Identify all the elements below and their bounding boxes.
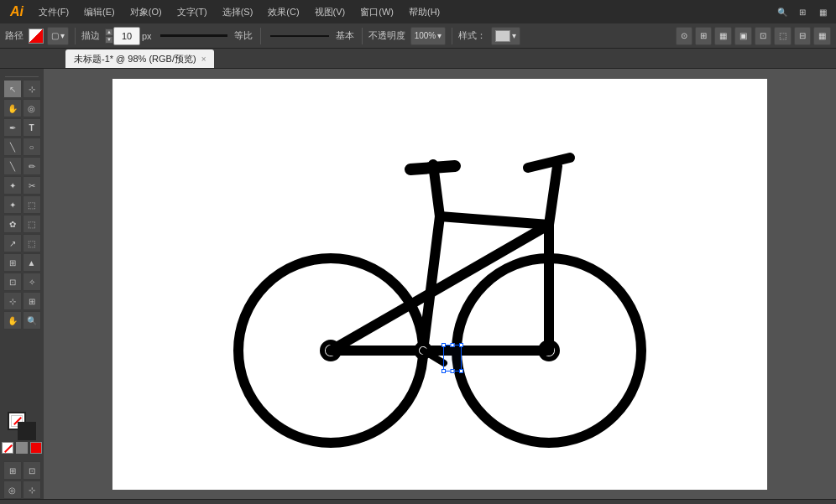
menu-bar: Ai 文件(F) 编辑(E) 对象(O) 文字(T) 选择(S) 效果(C) 视… <box>0 0 836 23</box>
toolbar-right-btn4[interactable]: ▣ <box>734 27 752 45</box>
grid-icon[interactable]: ⊞ <box>794 3 811 20</box>
tool-row-bottom2: ◎ ⊹ <box>3 481 41 499</box>
width-tool[interactable]: ✦ <box>3 195 22 214</box>
selection-handle-br[interactable] <box>459 369 463 373</box>
menu-select[interactable]: 选择(S) <box>216 4 260 20</box>
arrange-icon[interactable]: ▦ <box>814 3 831 20</box>
menu-window[interactable]: 窗口(W) <box>353 4 400 20</box>
pencil-tool[interactable]: ✏ <box>23 157 41 175</box>
toolbar-right-btn6[interactable]: ⬚ <box>774 27 792 45</box>
status-bar: 98% ▾ <box>0 499 836 504</box>
opacity-dropdown[interactable]: 100%▾ <box>410 27 447 45</box>
slice-tool[interactable]: ⬚ <box>23 234 41 252</box>
stroke-value-input[interactable] <box>113 27 140 45</box>
blend-tool[interactable]: ⊡ <box>3 273 22 291</box>
selection-handle-bm[interactable] <box>451 369 455 373</box>
free-transform-tool[interactable]: ⬚ <box>23 195 41 214</box>
line-sample-1 <box>160 34 227 37</box>
zoom-tool[interactable]: 🔍 <box>23 311 41 330</box>
toolbar-right-btn5[interactable]: ⊡ <box>755 27 771 45</box>
extra-btn2[interactable]: ⊹ <box>23 481 41 499</box>
stroke-up-arrow[interactable]: ▲ <box>105 29 113 36</box>
toolbar-right-btn7[interactable]: ⊟ <box>794 27 811 45</box>
selection-handle-tm[interactable] <box>451 343 455 347</box>
tool-row-8: ✿ ⬚ <box>3 215 41 233</box>
extra-btn1[interactable]: ◎ <box>3 481 22 499</box>
stroke-down-arrow[interactable]: ▼ <box>105 36 113 44</box>
style-label: 样式： <box>458 29 486 42</box>
mesh-tool[interactable]: ⊞ <box>23 292 41 310</box>
warp-tool[interactable]: ✂ <box>23 176 41 195</box>
selection-handle-tr[interactable] <box>459 343 463 347</box>
selection-tool[interactable]: ↖ <box>3 80 22 98</box>
none-swatch[interactable] <box>2 442 13 454</box>
text-tool[interactable]: T <box>23 118 41 137</box>
magic-wand-tool[interactable]: ✋ <box>3 99 22 117</box>
toolbar-divider-4 <box>452 28 452 44</box>
menu-view[interactable]: 视图(V) <box>308 4 353 20</box>
selection-handle-bl[interactable] <box>442 369 446 373</box>
path-label: 路径 <box>5 29 24 42</box>
ruler-corner <box>5 72 39 77</box>
ellipse-tool[interactable]: ○ <box>23 138 41 156</box>
options-btn[interactable]: ⊡ <box>23 461 41 480</box>
menu-file[interactable]: 文件(F) <box>32 4 76 20</box>
bicycle-svg <box>222 116 658 451</box>
line-tool[interactable]: ╲ <box>3 138 22 156</box>
menu-text[interactable]: 文字(T) <box>170 4 214 20</box>
toolbar-right-btn2[interactable]: ⊞ <box>695 27 712 45</box>
lasso-tool[interactable]: ◎ <box>23 99 41 117</box>
stroke-spinners[interactable]: ▲ ▼ <box>105 29 113 44</box>
rotate-tool[interactable]: ✦ <box>3 176 22 195</box>
toolbar-right-btn1[interactable]: ⊙ <box>676 27 692 45</box>
svg-line-10 <box>549 166 557 225</box>
menu-effect[interactable]: 效果(C) <box>261 4 306 20</box>
toolbar-right-btn3[interactable]: ▦ <box>714 27 732 45</box>
tool-row-11: ⊡ ✧ <box>3 273 41 291</box>
hand-tool[interactable]: ✋ <box>3 311 22 330</box>
stroke-swatch[interactable] <box>18 422 36 440</box>
toolbar-divider-1 <box>75 28 76 44</box>
art-canvas <box>112 79 767 490</box>
toolbar-divider-3 <box>362 28 363 44</box>
stroke-color-swatch[interactable] <box>29 29 44 44</box>
search-icon[interactable]: 🔍 <box>774 3 791 20</box>
gray-swatch[interactable] <box>16 442 28 454</box>
stroke-label: 描边 <box>81 29 100 42</box>
menu-edit[interactable]: 编辑(E) <box>77 4 122 20</box>
document-tab[interactable]: 未标题-1* @ 98% (RGB/预览) × <box>65 49 214 68</box>
svg-line-5 <box>440 216 549 225</box>
equal-label: 等比 <box>234 29 253 42</box>
style-dropdown[interactable]: ▾ <box>491 27 520 45</box>
tool-row-bottom1: ⊞ ⊡ <box>3 461 41 480</box>
basic-label: 基本 <box>336 29 354 42</box>
selection-handle-tl[interactable] <box>442 343 446 347</box>
gradient-tool[interactable]: ⊹ <box>3 292 22 310</box>
selection-box <box>443 345 462 372</box>
artboard-btn[interactable]: ⊞ <box>3 461 22 480</box>
eyedropper-tool[interactable]: ⊞ <box>3 253 22 272</box>
tool-row-4: ╲ ○ <box>3 138 41 156</box>
tab-close-btn[interactable]: × <box>201 55 206 64</box>
direct-selection-tool[interactable]: ⊹ <box>23 80 41 98</box>
red-swatch[interactable] <box>30 442 42 454</box>
swatch-row2 <box>2 442 42 454</box>
menu-help[interactable]: 帮助(H) <box>402 4 447 20</box>
bicycle-illustration <box>222 116 658 453</box>
pen-tool[interactable]: ✒ <box>3 118 22 137</box>
symbol-tool[interactable]: ✿ <box>3 215 22 233</box>
tool-row-6: ✦ ✂ <box>3 176 41 195</box>
toolbar-right-btn8[interactable]: ▦ <box>813 27 831 45</box>
tool-row-13: ✋ 🔍 <box>3 311 41 330</box>
artboard-tool[interactable]: ↗ <box>3 234 22 252</box>
menu-object[interactable]: 对象(O) <box>123 4 169 20</box>
fill-stroke-swatches <box>8 412 36 440</box>
measure-tool[interactable]: ▲ <box>23 253 41 272</box>
paintbrush-tool[interactable]: ╲ <box>3 157 22 175</box>
stroke-style-dropdown[interactable]: ▢▾ <box>47 27 69 45</box>
live-paint-tool[interactable]: ✧ <box>23 273 41 291</box>
column-graph-tool[interactable]: ⬚ <box>23 215 41 233</box>
tool-row-5: ╲ ✏ <box>3 157 41 175</box>
tool-row-12: ⊹ ⊞ <box>3 292 41 310</box>
opacity-label: 不透明度 <box>368 29 405 42</box>
